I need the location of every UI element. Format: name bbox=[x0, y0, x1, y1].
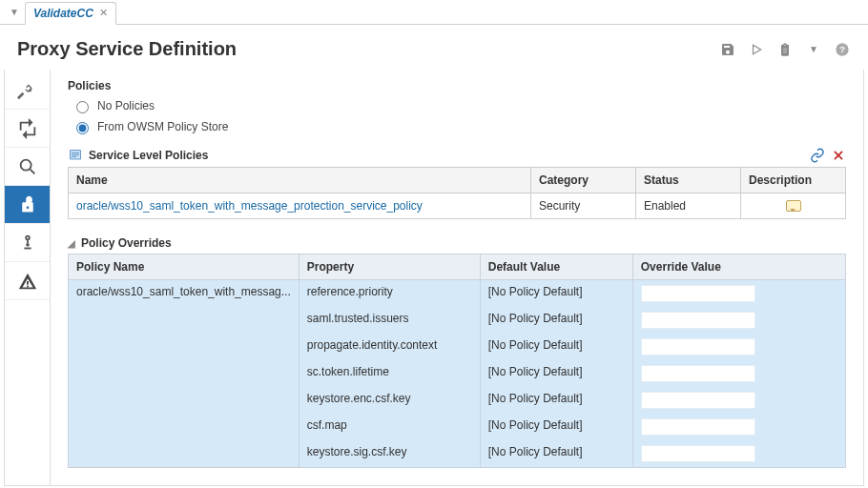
override-default: [No Policy Default] bbox=[480, 387, 632, 414]
table-row[interactable]: oracle/wss10_saml_token_with_message_pro… bbox=[69, 193, 846, 219]
radio-owsm-label: From OWSM Policy Store bbox=[97, 120, 228, 133]
override-value-cell bbox=[632, 334, 845, 360]
override-value-cell bbox=[632, 414, 845, 440]
tab-label: ValidateCC bbox=[33, 7, 93, 20]
help-icon[interactable]: ? bbox=[834, 41, 851, 58]
tab-strip: ▼ ValidateCC ✕ bbox=[0, 0, 868, 25]
ov-col-policy-name: Policy Name bbox=[69, 254, 300, 280]
ov-col-default: Default Value bbox=[480, 254, 632, 280]
clipboard-menu-icon[interactable]: ▼ bbox=[805, 44, 822, 54]
override-value-input[interactable] bbox=[641, 392, 755, 409]
service-level-header: Service Level Policies bbox=[68, 148, 846, 163]
override-value-cell bbox=[632, 307, 845, 334]
attach-policy-icon[interactable] bbox=[810, 148, 825, 163]
radio-owsm-input[interactable] bbox=[76, 122, 89, 134]
override-value-input[interactable] bbox=[641, 418, 755, 436]
page-title: Proxy Service Definition bbox=[17, 38, 237, 60]
sidebar-item-transport[interactable] bbox=[5, 110, 50, 148]
svg-point-6 bbox=[26, 235, 30, 239]
tab-close-icon[interactable]: ✕ bbox=[99, 7, 108, 19]
svg-rect-8 bbox=[27, 281, 29, 285]
override-property: csf.map bbox=[299, 414, 480, 440]
radio-owsm[interactable]: From OWSM Policy Store bbox=[72, 119, 846, 134]
sidebar-item-alerts[interactable] bbox=[5, 262, 50, 300]
override-property: saml.trusted.issuers bbox=[299, 307, 480, 334]
policy-description-cell[interactable] bbox=[741, 193, 846, 219]
overrides-table: Policy Name Property Default Value Overr… bbox=[68, 254, 846, 468]
override-property: reference.priority bbox=[299, 280, 480, 308]
policies-heading: Policies bbox=[68, 79, 846, 92]
title-bar: Proxy Service Definition ▼ ? bbox=[0, 25, 868, 70]
svg-rect-9 bbox=[27, 285, 29, 287]
override-property: propagate.identity.context bbox=[299, 334, 480, 360]
clipboard-icon[interactable] bbox=[776, 41, 794, 58]
service-level-table: Name Category Status Description oracle/… bbox=[68, 167, 846, 219]
tab-list-dropdown-icon[interactable]: ▼ bbox=[6, 7, 23, 17]
override-policy-name: oracle/wss10_saml_token_with_messag... bbox=[69, 280, 300, 468]
policy-doc-icon bbox=[68, 148, 83, 163]
override-value-input[interactable] bbox=[641, 285, 755, 302]
sidebar bbox=[5, 70, 51, 485]
override-value-cell bbox=[632, 280, 845, 308]
collapse-arrow-icon[interactable]: ◢ bbox=[68, 238, 75, 249]
policy-category-cell: Security bbox=[531, 193, 636, 219]
override-value-input[interactable] bbox=[641, 338, 755, 356]
override-default: [No Policy Default] bbox=[480, 360, 632, 387]
col-description: Description bbox=[741, 168, 846, 193]
run-icon[interactable] bbox=[748, 41, 765, 58]
radio-no-policies-input[interactable] bbox=[76, 101, 89, 113]
override-property: keystore.enc.csf.key bbox=[299, 387, 480, 414]
svg-point-5 bbox=[26, 206, 29, 209]
override-value-input[interactable] bbox=[641, 312, 755, 329]
svg-marker-0 bbox=[754, 45, 761, 53]
title-actions: ▼ ? bbox=[719, 41, 851, 58]
col-name: Name bbox=[69, 168, 531, 193]
col-category: Category bbox=[531, 168, 636, 193]
overrides-header: ◢ Policy Overrides bbox=[68, 236, 846, 250]
delete-policy-icon[interactable] bbox=[831, 148, 846, 163]
radio-no-policies-label: No Policies bbox=[97, 99, 155, 112]
override-default: [No Policy Default] bbox=[480, 440, 632, 468]
svg-text:?: ? bbox=[839, 45, 845, 54]
svg-point-3 bbox=[20, 159, 31, 170]
main-layout: Policies No Policies From OWSM Policy St… bbox=[4, 70, 864, 486]
service-level-heading: Service Level Policies bbox=[89, 149, 208, 162]
override-value-input[interactable] bbox=[641, 445, 755, 462]
override-row: oracle/wss10_saml_token_with_messag...re… bbox=[69, 280, 846, 308]
content: Policies No Policies From OWSM Policy St… bbox=[51, 70, 863, 485]
svg-point-7 bbox=[27, 243, 29, 245]
override-default: [No Policy Default] bbox=[480, 414, 632, 440]
description-bubble-icon[interactable] bbox=[786, 200, 801, 212]
override-default: [No Policy Default] bbox=[480, 280, 632, 308]
override-property: keystore.sig.csf.key bbox=[299, 440, 480, 468]
policy-name-cell: oracle/wss10_saml_token_with_message_pro… bbox=[69, 193, 531, 219]
override-value-cell bbox=[632, 387, 845, 414]
col-status: Status bbox=[636, 168, 741, 193]
policy-status-cell: Enabled bbox=[636, 193, 741, 219]
override-value-cell bbox=[632, 440, 845, 468]
sidebar-item-security[interactable] bbox=[5, 186, 50, 224]
radio-no-policies[interactable]: No Policies bbox=[72, 98, 846, 113]
override-property: sc.token.lifetime bbox=[299, 360, 480, 387]
ov-col-property: Property bbox=[299, 254, 480, 280]
sidebar-item-message[interactable] bbox=[5, 148, 50, 186]
override-default: [No Policy Default] bbox=[480, 334, 632, 360]
override-value-input[interactable] bbox=[641, 365, 755, 382]
ov-col-override: Override Value bbox=[632, 254, 845, 280]
override-value-cell bbox=[632, 360, 845, 387]
overrides-heading: Policy Overrides bbox=[81, 236, 172, 250]
sidebar-item-tools[interactable] bbox=[5, 71, 50, 110]
override-default: [No Policy Default] bbox=[480, 307, 632, 334]
sidebar-item-settings[interactable] bbox=[5, 224, 50, 262]
save-icon[interactable] bbox=[719, 41, 736, 58]
tab-validatecc[interactable]: ValidateCC ✕ bbox=[25, 2, 116, 25]
